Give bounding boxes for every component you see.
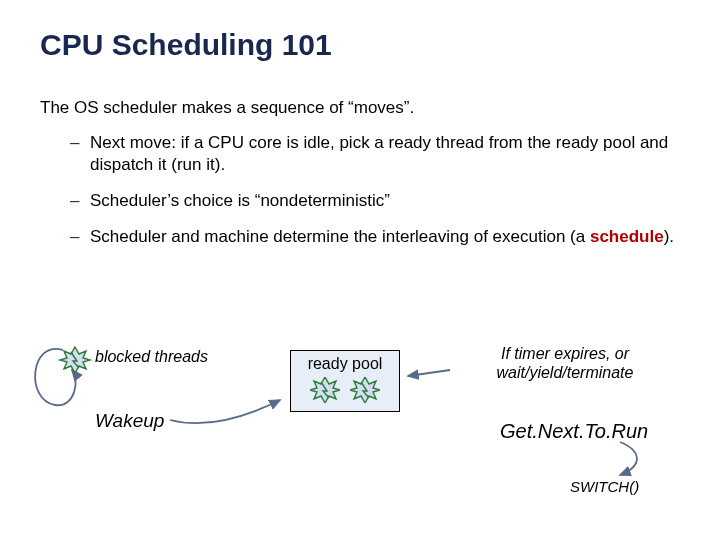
thread-icon bbox=[60, 347, 90, 373]
slide: CPU Scheduling 101 The OS scheduler make… bbox=[0, 0, 720, 540]
bullet-text: ). bbox=[664, 227, 674, 246]
diagram: blocked threads Wakeup ready pool If tim… bbox=[0, 320, 720, 520]
bullet-list: Next move: if a CPU core is idle, pick a… bbox=[40, 132, 680, 248]
getnext-label: Get.Next.To.Run bbox=[500, 420, 648, 443]
ready-pool-box: ready pool bbox=[290, 350, 400, 412]
arrow-icon bbox=[408, 370, 450, 376]
wakeup-label: Wakeup bbox=[95, 410, 164, 432]
thread-row bbox=[297, 377, 393, 403]
ready-pool-label: ready pool bbox=[297, 355, 393, 373]
loop-arrow-icon bbox=[35, 349, 76, 405]
arrow-icon bbox=[620, 442, 637, 475]
bullet-text: Scheduler and machine determine the inte… bbox=[90, 227, 590, 246]
switch-label: SWITCH() bbox=[570, 478, 639, 495]
bullet-item: Scheduler’s choice is “nondeterministic” bbox=[70, 190, 680, 212]
wakeup-arrow-icon bbox=[170, 400, 280, 423]
bullet-item: Next move: if a CPU core is idle, pick a… bbox=[70, 132, 680, 176]
blocked-threads-label: blocked threads bbox=[95, 348, 208, 366]
timer-caption: If timer expires, or wait/yield/terminat… bbox=[450, 344, 680, 382]
thread-icon bbox=[310, 377, 340, 403]
emphasis-schedule: schedule bbox=[590, 227, 664, 246]
intro-text: The OS scheduler makes a sequence of “mo… bbox=[40, 98, 680, 118]
bullet-item: Scheduler and machine determine the inte… bbox=[70, 226, 680, 248]
page-title: CPU Scheduling 101 bbox=[40, 28, 680, 62]
thread-icon bbox=[350, 377, 380, 403]
